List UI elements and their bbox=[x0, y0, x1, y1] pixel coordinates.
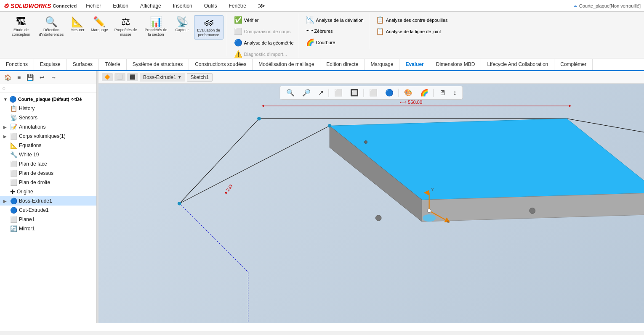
tab-surfaces[interactable]: Surfaces bbox=[67, 59, 99, 70]
box-icon: ⬜ bbox=[117, 74, 123, 80]
sketch-label: Sketch1 bbox=[191, 74, 209, 80]
tool-zebrures[interactable]: 〰 Zébrures bbox=[304, 26, 365, 36]
tree-item-corps[interactable]: ▶ ⬜ Corps volumiques(1) bbox=[0, 132, 96, 141]
breadcrumb-boss[interactable]: Boss-Extrude1 ▼ bbox=[140, 73, 185, 82]
tool-comparaison[interactable]: ⬜ Comparaison de corps bbox=[232, 26, 295, 36]
tab-marquage[interactable]: Marquage bbox=[365, 59, 399, 70]
tool-ligne-joint[interactable]: 📋 Analyse de la ligne de joint bbox=[374, 26, 450, 36]
sidebar-home-btn[interactable]: 🏠 bbox=[2, 73, 14, 82]
tree-item-white19[interactable]: 🔧 White 19 bbox=[0, 150, 96, 159]
tabs-bar: Fonctions Esquisse Surfaces Tôlerie Syst… bbox=[0, 58, 644, 71]
tree-root: ▼ 🔵 Courte_plaque (Défaut) <<Dé bbox=[0, 95, 96, 104]
annotations-label: Annotations bbox=[19, 124, 45, 130]
svg-text:X: X bbox=[447, 220, 450, 224]
vp-zoom-btn[interactable]: 🔎 bbox=[300, 87, 313, 98]
tool-verifier[interactable]: ✅ Vérifier bbox=[232, 15, 295, 25]
vp-display2-btn[interactable]: 🔵 bbox=[383, 87, 396, 98]
tool-contre-dep[interactable]: 📋 Analyse des contre-dépouilles bbox=[374, 15, 450, 25]
vp-search-btn[interactable]: 🔍 bbox=[284, 87, 297, 98]
tool-diag[interactable]: ⚠️ Diagnostic d'import... bbox=[232, 49, 295, 58]
vp-view-btn[interactable]: ⬜ bbox=[332, 87, 345, 98]
tree-item-plane1[interactable]: ⬜ Plane1 bbox=[0, 215, 96, 224]
tool-etude[interactable]: 🏗 Etude de conception bbox=[7, 15, 35, 39]
sidebar-forward-btn[interactable]: → bbox=[48, 73, 59, 82]
tab-esquisse[interactable]: Esquisse bbox=[34, 59, 67, 70]
mirror1-icon: 🔄 bbox=[10, 225, 17, 232]
tool-mesurer[interactable]: 📐 Mesurer bbox=[67, 15, 88, 34]
cloud-icon: ☁ bbox=[573, 3, 577, 8]
tool-capteur[interactable]: 📡 Capteur bbox=[172, 15, 192, 34]
main-area: 🏠 ≡ 💾 ↩ → ⌽ ▼ 🔵 Courte_plaque (Défaut) <… bbox=[0, 71, 644, 323]
menu-insertion[interactable]: Insertion bbox=[170, 2, 195, 10]
tree-item-boss-extrude1[interactable]: ▶ 🔵 Boss-Extrude1 bbox=[0, 196, 96, 206]
courbure-icon: 🌈 bbox=[306, 38, 314, 46]
vp-orient-btn[interactable]: 🔲 bbox=[348, 87, 361, 98]
breadcrumb-nav-btn[interactable]: 🔶 bbox=[102, 73, 113, 81]
sidebar-list-btn[interactable]: ≡ bbox=[15, 73, 23, 82]
tree-item-annotations[interactable]: ▶ 📝 Annotations bbox=[0, 122, 96, 132]
detection-label: Détection d'interférences bbox=[39, 28, 64, 37]
root-label: Courte_plaque (Défaut) <<Dé bbox=[18, 97, 82, 102]
zebrures-label: Zébrures bbox=[314, 29, 333, 34]
vp-camera-btn[interactable]: ↕ bbox=[451, 88, 459, 98]
tab-systeme[interactable]: Système de structures bbox=[127, 59, 189, 70]
tree-item-cut-extrude1[interactable]: 🔵 Cut-Extrude1 bbox=[0, 206, 96, 215]
menu-affichage[interactable]: Affichage bbox=[138, 2, 164, 10]
tree-item-history[interactable]: 📋 History bbox=[0, 104, 96, 113]
tree-item-sensors[interactable]: 📡 Sensors bbox=[0, 113, 96, 122]
diag-icon: ⚠️ bbox=[234, 50, 242, 58]
tool-deviation[interactable]: 📉 Analyse de la déviation bbox=[304, 15, 365, 25]
tool-marquage[interactable]: ✏️ Marquage bbox=[89, 15, 110, 34]
sidebar-save-btn[interactable]: 💾 bbox=[24, 73, 36, 82]
cloud-info: ☁ Courte_plaque[Non verrouillé] bbox=[573, 3, 641, 8]
tool-geo[interactable]: 🔵 Analyse de la géométrie bbox=[232, 38, 295, 47]
tool-courbure[interactable]: 🌈 Courbure bbox=[304, 37, 365, 47]
comparaison-label: Comparaison de corps bbox=[244, 29, 291, 34]
svg-point-8 bbox=[530, 208, 535, 214]
equations-icon: 📐 bbox=[10, 142, 17, 149]
model-viewport-svg: ⟺ 558.80 ♦ 283 bbox=[98, 88, 644, 323]
plan-face-icon: ⬜ bbox=[10, 161, 17, 167]
tool-detection[interactable]: 🔍 Détection d'interférences bbox=[37, 15, 66, 39]
tab-fonctions[interactable]: Fonctions bbox=[0, 59, 34, 70]
breadcrumb-solid-btn[interactable]: ⬛ bbox=[127, 73, 138, 81]
vp-select-btn[interactable]: ↗ bbox=[316, 87, 326, 98]
tool-group-analysis: 📉 Analyse de la déviation 〰 Zébrures 🌈 C… bbox=[301, 13, 369, 49]
viewport[interactable]: 🔶 ⬜ ⬛ Boss-Extrude1 ▼ Sketch1 🔍 🔎 ↗ ⬜ 🔲 bbox=[98, 71, 644, 323]
tab-constructions[interactable]: Constructions soudées bbox=[189, 59, 253, 70]
prop-section-icon: 📊 bbox=[150, 17, 162, 27]
tool-evaluation[interactable]: 🏎 Evaluation de performance bbox=[194, 15, 224, 40]
tab-dimensions[interactable]: Dimensions MBD bbox=[430, 59, 482, 70]
menu-edition[interactable]: Edition bbox=[110, 2, 131, 10]
tab-tolerie[interactable]: Tôlerie bbox=[99, 59, 127, 70]
tree-item-plan-dessus[interactable]: ⬜ Plan de dessus bbox=[0, 169, 96, 178]
tree-item-plan-face[interactable]: ⬜ Plan de face bbox=[0, 159, 96, 169]
tab-modelisation[interactable]: Modélisation de maillage bbox=[253, 59, 320, 70]
tool-prop-masse[interactable]: ⚖ Propriétés de masse bbox=[112, 15, 140, 39]
menu-fenetre[interactable]: Fenêtre bbox=[226, 2, 248, 10]
verifier-label: Vérifier bbox=[244, 18, 259, 23]
vp-color-btn[interactable]: 🎨 bbox=[402, 87, 415, 98]
vp-scene-btn[interactable]: 🖥 bbox=[436, 88, 448, 98]
tree-item-mirror1[interactable]: 🔄 Mirror1 bbox=[0, 224, 96, 233]
tab-lifecycle[interactable]: Lifecycle And Collaboration bbox=[481, 59, 554, 70]
sensors-label: Sensors bbox=[19, 115, 37, 121]
menu-expand[interactable]: ≫ bbox=[255, 1, 268, 11]
tree-item-equations[interactable]: 📐 Equations bbox=[0, 141, 96, 150]
tab-edition[interactable]: Edition directe bbox=[320, 59, 365, 70]
tool-prop-section[interactable]: 📊 Propriétés de la section bbox=[142, 15, 170, 39]
vp-color2-btn[interactable]: 🌈 bbox=[418, 87, 431, 98]
tree-item-plan-droite[interactable]: ⬜ Plan de droite bbox=[0, 178, 96, 187]
tree-item-origine[interactable]: ✚ Origine bbox=[0, 187, 96, 196]
menu-outils[interactable]: Outils bbox=[202, 2, 220, 10]
tab-evaluer[interactable]: Evaluer bbox=[399, 59, 430, 71]
plan-droite-label: Plan de droite bbox=[19, 179, 50, 185]
menu-bar: ⚙ SOLIDWORKS Connected Fichier Edition A… bbox=[0, 0, 644, 12]
breadcrumb-sketch[interactable]: Sketch1 bbox=[187, 73, 213, 82]
menu-fichier[interactable]: Fichier bbox=[83, 2, 104, 10]
svg-marker-4 bbox=[330, 119, 644, 200]
sidebar-back-btn[interactable]: ↩ bbox=[37, 73, 47, 82]
breadcrumb-box-btn[interactable]: ⬜ bbox=[114, 73, 125, 81]
tab-complement[interactable]: Complémer bbox=[554, 59, 593, 70]
vp-display-btn[interactable]: ⬜ bbox=[367, 87, 380, 98]
